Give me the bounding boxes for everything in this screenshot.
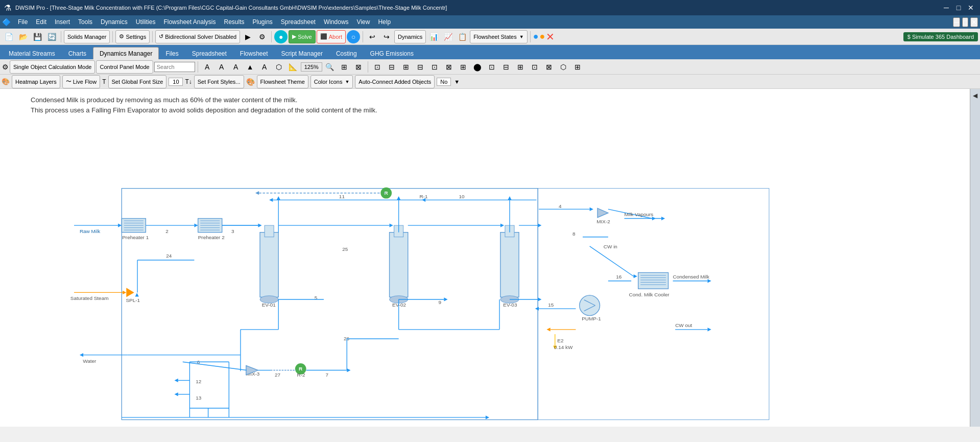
heatmap-layers-btn[interactable]: Heatmap Layers — [12, 75, 60, 88]
zoom-fit-btn[interactable]: ⊞ — [338, 60, 351, 74]
tb2-btn3[interactable]: A — [229, 60, 243, 74]
color-icons-btn[interactable]: Color Icons ▼ — [310, 75, 353, 88]
svg-text:2: 2 — [165, 229, 169, 235]
simulate-365-btn[interactable]: $ Simulate 365 Dashboard — [903, 32, 978, 41]
set-global-font-size-btn[interactable]: Set Global Font Size — [108, 75, 167, 88]
inner-minimize[interactable]: ─ — [953, 17, 960, 27]
tb2-btn1[interactable]: A — [201, 60, 214, 74]
menu-plugins[interactable]: Plugins — [248, 15, 276, 29]
tab-material-streams[interactable]: Material Streams — [2, 47, 62, 59]
menu-results[interactable]: Results — [220, 15, 248, 29]
redo-btn[interactable]: ↪ — [380, 30, 393, 43]
menu-flowsheet-analysis[interactable]: Flowsheet Analysis — [159, 15, 220, 29]
inner-maximize[interactable]: □ — [962, 17, 968, 27]
tb2-btn4[interactable]: ▲ — [244, 60, 257, 74]
tb2-btn13[interactable]: ⊠ — [442, 60, 456, 74]
tb2-btn2[interactable]: A — [215, 60, 228, 74]
open-btn[interactable]: 📂 — [16, 30, 30, 43]
tb2-btn7[interactable]: 📐 — [286, 60, 300, 74]
new-btn[interactable]: 📄 — [2, 30, 15, 43]
svg-marker-119 — [397, 196, 400, 200]
tb2-btn19[interactable]: ⊡ — [528, 60, 541, 74]
tb2-btn17[interactable]: ⊟ — [499, 60, 513, 74]
menu-spreadsheet[interactable]: Spreadsheet — [277, 15, 320, 29]
svg-marker-115 — [277, 196, 280, 200]
bidirectional-solver-btn[interactable]: ↺ Bidirectional Solver Disabled — [155, 30, 240, 43]
maximize-button[interactable]: □ — [953, 3, 964, 13]
dyn-icon2[interactable]: 📈 — [441, 30, 455, 43]
menu-edit[interactable]: Edit — [32, 15, 51, 29]
svg-marker-24 — [590, 207, 593, 211]
search-input[interactable] — [154, 62, 195, 72]
tab-costing[interactable]: Costing — [329, 47, 364, 59]
tb2-btn5[interactable]: A — [258, 60, 271, 74]
abort-btn[interactable]: ⬛ Abort — [317, 30, 346, 43]
menu-file[interactable]: File — [14, 15, 32, 29]
flowsheet-canvas[interactable]: Raw Milk 2 3 11 R-1 10 R — [0, 89, 980, 427]
svg-text:25: 25 — [342, 246, 348, 252]
menu-dynamics[interactable]: Dynamics — [97, 15, 132, 29]
undo-btn[interactable]: ↩ — [366, 30, 379, 43]
svg-text:9: 9 — [439, 299, 442, 305]
set-font-styles-btn[interactable]: Set Font Styles... — [194, 75, 244, 88]
tb2-btn16[interactable]: ⊡ — [485, 60, 498, 74]
toolbar2: ⚙ Single Object Calculation Mode Control… — [0, 59, 980, 75]
tb2-snap-btn[interactable]: ⊠ — [352, 60, 365, 74]
dyn-icon1[interactable]: 📊 — [427, 30, 440, 43]
tab-charts[interactable]: Charts — [62, 47, 93, 59]
tb2-btn21[interactable]: ⬡ — [557, 60, 570, 74]
menu-tools[interactable]: Tools — [74, 15, 97, 29]
svg-marker-58 — [80, 353, 83, 357]
tab-files[interactable]: Files — [159, 47, 185, 59]
menu-utilities[interactable]: Utilities — [132, 15, 160, 29]
tb2-btn18[interactable]: ⊞ — [514, 60, 527, 74]
solids-manager-btn[interactable]: Solids Manager — [64, 30, 110, 43]
stop-circle-btn[interactable]: ○ — [347, 30, 360, 43]
solver-settings-btn[interactable]: ⚙ — [255, 30, 269, 43]
tb2-btn6[interactable]: ⬡ — [272, 60, 285, 74]
tab-spreadsheet[interactable]: Spreadsheet — [185, 47, 233, 59]
refresh-btn[interactable]: 🔄 — [45, 30, 58, 43]
solver-arrow-btn[interactable]: ▶ — [241, 30, 254, 43]
tb2-btn15[interactable]: ⬤ — [471, 60, 484, 74]
tab-flowsheet[interactable]: Flowsheet — [233, 47, 275, 59]
inner-close[interactable]: ✕ — [970, 17, 978, 27]
tb2-btn8[interactable]: ⊡ — [371, 60, 384, 74]
save-btn[interactable]: 💾 — [31, 30, 44, 43]
menu-windows[interactable]: Windows — [320, 15, 353, 29]
sep-tb2-2 — [368, 61, 368, 73]
settings-btn[interactable]: ⚙ Settings — [115, 30, 150, 43]
svg-rect-0 — [122, 189, 538, 420]
tb2-btn12[interactable]: ⊡ — [428, 60, 441, 74]
tb2-btn14[interactable]: ⊞ — [457, 60, 470, 74]
dyn-icon3[interactable]: 📋 — [456, 30, 469, 43]
play-circle-btn[interactable]: ● — [274, 30, 288, 43]
tb2-btn11[interactable]: ⊟ — [414, 60, 427, 74]
svg-marker-34 — [634, 274, 637, 278]
flowsheet-states-btn[interactable]: Flowsheet States ▼ — [470, 30, 527, 43]
solve-btn[interactable]: ▶ Solve — [289, 30, 316, 43]
control-panel-mode-btn[interactable]: Control Panel Mode — [96, 60, 153, 74]
tb2-btn20[interactable]: ⊠ — [542, 60, 556, 74]
tb2-btn10[interactable]: ⊞ — [399, 60, 413, 74]
panel-arrow-btn[interactable]: ◀ — [972, 91, 978, 100]
tab-dynamics-manager[interactable]: Dynamics Manager — [93, 47, 159, 59]
single-object-mode-btn[interactable]: Single Object Calculation Mode — [10, 60, 95, 74]
flowsheet-theme-btn[interactable]: Flowsheet Theme — [257, 75, 308, 88]
close-button[interactable]: ✕ — [966, 3, 976, 13]
live-flow-icon: 〜 — [66, 78, 71, 85]
zoom-in-btn[interactable]: 🔍 — [323, 60, 337, 74]
minimize-button[interactable]: ─ — [941, 3, 951, 13]
tb2-btn22[interactable]: ⊞ — [571, 60, 584, 74]
menu-help[interactable]: Help — [374, 15, 395, 29]
menu-view[interactable]: View — [353, 15, 374, 29]
sim365-icon: $ — [907, 34, 911, 40]
live-flow-btn[interactable]: 〜 Live Flow — [62, 75, 100, 88]
tab-script-manager[interactable]: Script Manager — [275, 47, 329, 59]
svg-rect-74 — [265, 225, 274, 237]
tab-ghg-emissions[interactable]: GHG Emissions — [364, 47, 420, 59]
tb2-btn9[interactable]: ⊟ — [385, 60, 398, 74]
menu-insert[interactable]: Insert — [51, 15, 74, 29]
dynamics-btn[interactable]: Dynamics — [394, 30, 426, 43]
auto-connect-btn[interactable]: Auto-Connect Added Objects — [355, 75, 435, 88]
